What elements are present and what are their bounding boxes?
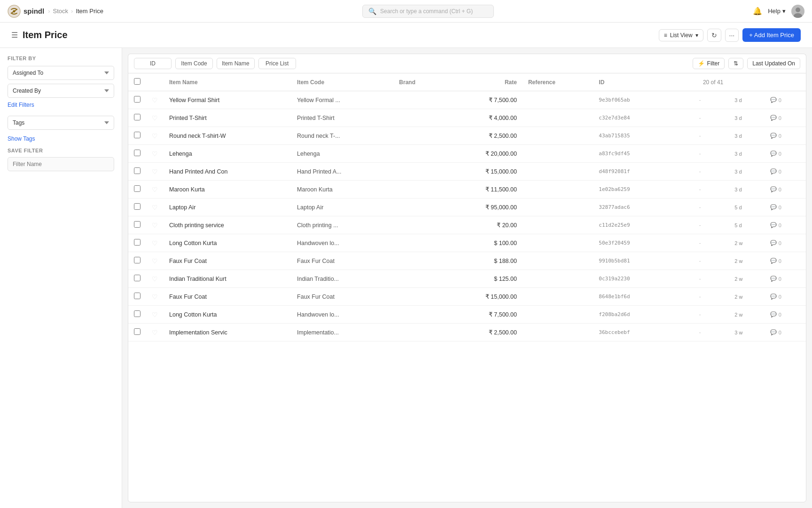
logo[interactable]: spindl <box>8 5 44 18</box>
row-item-name[interactable]: Indian Traditional Kurt <box>164 270 291 288</box>
row-checkbox-cell[interactable] <box>128 145 146 163</box>
last-updated-button[interactable]: Last Updated On <box>747 58 800 69</box>
row-checkbox[interactable] <box>134 203 141 210</box>
row-item-name[interactable]: Faux Fur Coat <box>164 252 291 270</box>
add-item-price-button[interactable]: + Add Item Price <box>742 28 801 42</box>
row-item-name[interactable]: Round neck T-shirt-W <box>164 127 291 145</box>
select-all-header[interactable] <box>128 73 146 91</box>
row-checkbox[interactable] <box>134 257 141 263</box>
row-item-name[interactable]: Faux Fur Coat <box>164 288 291 306</box>
row-comment-cell[interactable]: 💬 0 <box>765 324 806 341</box>
row-checkbox-cell[interactable] <box>128 324 146 341</box>
breadcrumb-stock[interactable]: Stock <box>53 8 69 15</box>
favorite-icon[interactable]: ♡ <box>152 168 158 175</box>
row-heart-cell[interactable]: ♡ <box>146 127 164 145</box>
favorite-icon[interactable]: ♡ <box>152 132 158 140</box>
sidebar-toggle-icon[interactable]: ☰ <box>11 31 18 40</box>
price-list-filter-pill[interactable]: Price List <box>258 58 296 69</box>
row-comment-cell[interactable]: 💬 0 <box>765 109 806 127</box>
row-checkbox[interactable] <box>134 185 141 192</box>
row-comment-cell[interactable]: 💬 0 <box>765 270 806 288</box>
row-checkbox[interactable] <box>134 328 141 335</box>
row-checkbox-cell[interactable] <box>128 91 146 109</box>
show-tags-link[interactable]: Show Tags <box>8 135 114 142</box>
created-by-filter[interactable]: Created By <box>8 84 114 98</box>
favorite-icon[interactable]: ♡ <box>152 293 158 301</box>
row-checkbox[interactable] <box>134 167 141 174</box>
bell-icon[interactable]: 🔔 <box>753 7 762 16</box>
favorite-icon[interactable]: ♡ <box>152 186 158 193</box>
row-checkbox[interactable] <box>134 150 141 156</box>
row-checkbox-cell[interactable] <box>128 198 146 216</box>
edit-filters-link[interactable]: Edit Filters <box>8 102 114 108</box>
assigned-to-filter[interactable]: Assigned To <box>8 66 114 80</box>
row-comment-cell[interactable]: 💬 0 <box>765 306 806 324</box>
row-checkbox-cell[interactable] <box>128 270 146 288</box>
row-checkbox-cell[interactable] <box>128 127 146 145</box>
avatar[interactable] <box>791 5 804 18</box>
search-bar[interactable]: 🔍 Search or type a command (Ctrl + G) <box>362 5 494 18</box>
rate-header[interactable]: Rate <box>444 73 523 91</box>
filter-button[interactable]: ⚡ Filter <box>693 58 725 69</box>
row-heart-cell[interactable]: ♡ <box>146 252 164 270</box>
favorite-icon[interactable]: ♡ <box>152 96 158 104</box>
row-checkbox-cell[interactable] <box>128 216 146 234</box>
row-comment-cell[interactable]: 💬 0 <box>765 163 806 181</box>
favorite-icon[interactable]: ♡ <box>152 239 158 247</box>
id-header[interactable]: ID <box>593 73 671 91</box>
row-checkbox-cell[interactable] <box>128 181 146 198</box>
row-checkbox[interactable] <box>134 96 141 103</box>
list-view-button[interactable]: ≡ List View ▾ <box>659 29 703 41</box>
row-comment-cell[interactable]: 💬 0 <box>765 288 806 306</box>
row-item-name[interactable]: Hand Printed And Con <box>164 163 291 181</box>
row-item-name[interactable]: Maroon Kurta <box>164 181 291 198</box>
favorite-icon[interactable]: ♡ <box>152 204 158 211</box>
favorite-icon[interactable]: ♡ <box>152 275 158 283</box>
favorite-icon[interactable]: ♡ <box>152 150 158 158</box>
tags-filter[interactable]: Tags <box>8 116 114 130</box>
row-heart-cell[interactable]: ♡ <box>146 109 164 127</box>
row-item-name[interactable]: Long Cotton Kurta <box>164 306 291 324</box>
row-heart-cell[interactable]: ♡ <box>146 181 164 198</box>
row-item-name[interactable]: Printed T-Shirt <box>164 109 291 127</box>
row-checkbox-cell[interactable] <box>128 252 146 270</box>
row-checkbox[interactable] <box>134 293 141 299</box>
row-heart-cell[interactable]: ♡ <box>146 270 164 288</box>
row-checkbox[interactable] <box>134 310 141 317</box>
filter-name-input[interactable] <box>8 157 114 171</box>
row-heart-cell[interactable]: ♡ <box>146 91 164 109</box>
row-heart-cell[interactable]: ♡ <box>146 306 164 324</box>
row-comment-cell[interactable]: 💬 0 <box>765 234 806 252</box>
brand-header[interactable]: Brand <box>393 73 444 91</box>
row-item-name[interactable]: Lehenga <box>164 145 291 163</box>
row-checkbox[interactable] <box>134 275 141 281</box>
favorite-icon[interactable]: ♡ <box>152 257 158 265</box>
row-checkbox-cell[interactable] <box>128 109 146 127</box>
item-name-filter-pill[interactable]: Item Name <box>217 58 255 69</box>
row-checkbox-cell[interactable] <box>128 163 146 181</box>
favorite-icon[interactable]: ♡ <box>152 329 158 336</box>
row-heart-cell[interactable]: ♡ <box>146 324 164 341</box>
row-checkbox[interactable] <box>134 239 141 246</box>
row-comment-cell[interactable]: 💬 0 <box>765 145 806 163</box>
row-item-name[interactable]: Long Cotton Kurta <box>164 234 291 252</box>
favorite-icon[interactable]: ♡ <box>152 114 158 122</box>
row-heart-cell[interactable]: ♡ <box>146 288 164 306</box>
favorite-icon[interactable]: ♡ <box>152 311 158 318</box>
row-checkbox[interactable] <box>134 221 141 228</box>
row-comment-cell[interactable]: 💬 0 <box>765 127 806 145</box>
row-comment-cell[interactable]: 💬 0 <box>765 181 806 198</box>
row-comment-cell[interactable]: 💬 0 <box>765 198 806 216</box>
more-options-button[interactable]: ··· <box>725 29 739 42</box>
row-heart-cell[interactable]: ♡ <box>146 163 164 181</box>
row-checkbox-cell[interactable] <box>128 288 146 306</box>
row-comment-cell[interactable]: 💬 0 <box>765 91 806 109</box>
reference-header[interactable]: Reference <box>523 73 593 91</box>
row-heart-cell[interactable]: ♡ <box>146 198 164 216</box>
row-checkbox[interactable] <box>134 114 141 120</box>
refresh-button[interactable]: ↻ <box>707 29 721 42</box>
row-item-name[interactable]: Yellow Formal Shirt <box>164 91 291 109</box>
row-heart-cell[interactable]: ♡ <box>146 234 164 252</box>
sort-button[interactable]: ⇅ <box>728 58 743 69</box>
row-checkbox-cell[interactable] <box>128 234 146 252</box>
